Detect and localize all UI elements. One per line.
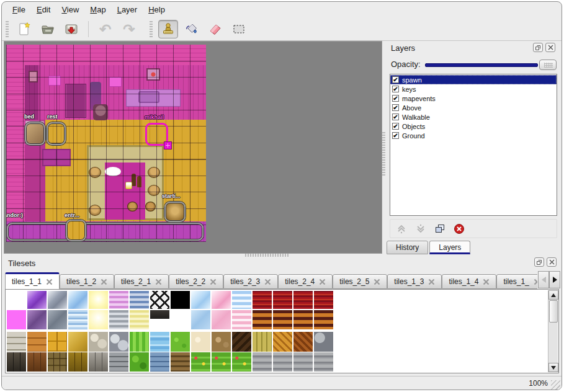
tileset-tab-tiles_1_2[interactable]: tiles_1_2 [60,274,114,289]
tile-wall-red-2[interactable] [273,291,292,309]
tile-grey-brick[interactable] [109,352,128,372]
tab-close-icon[interactable] [428,278,435,285]
dock-tab-history[interactable]: History [387,241,428,254]
map-object-bed[interactable] [25,122,45,145]
tileset-tab-tiles_1_4[interactable]: tiles_1_4 [442,274,496,289]
tile-cracked-stone[interactable] [68,332,87,352]
tile-dark-wood[interactable] [232,332,251,352]
tileset-tab-tiles_2_2[interactable]: tiles_2_2 [169,274,223,289]
tile-goldstone-wall[interactable] [68,352,87,372]
tile-grey-stonewall[interactable] [89,352,108,372]
tile-lattice-black[interactable] [150,291,169,309]
tile-dark-wall[interactable] [7,352,26,372]
tile-empty-2[interactable] [171,310,190,329]
tile-stone-blocks[interactable] [7,332,26,352]
tile-cobblestone[interactable] [109,332,128,352]
dock-tab-layers[interactable]: Layers [429,241,470,254]
tile-curtain-pink[interactable] [232,310,251,329]
tile-glass-pink-2[interactable] [212,310,231,329]
tile-pebbles[interactable] [89,332,108,352]
tile-water-light[interactable] [68,310,87,329]
tile-glass-purple-dark[interactable] [27,310,47,329]
open-file-button[interactable] [38,20,58,38]
map-object-start[interactable] [164,202,186,222]
tile-glass-pink[interactable] [212,291,231,309]
tab-close-icon[interactable] [483,278,490,285]
layer-visibility-checkbox[interactable]: ✔ [392,114,399,120]
stamp-brush-button[interactable] [158,20,178,38]
tab-close-icon[interactable] [374,278,380,285]
tileset-scrollbar[interactable] [548,290,558,372]
tile-wicker[interactable] [273,332,292,352]
layer-visibility-checkbox[interactable]: ✔ [392,95,399,102]
tile-glass-grey[interactable] [48,291,67,309]
menu-help[interactable]: Help [143,2,171,16]
tile-wall-orange-1[interactable] [253,310,272,329]
tile-grass-stripes[interactable] [130,332,149,352]
tile-glass-grey-dark[interactable] [48,310,67,329]
tile-stripes-grey[interactable] [109,310,128,329]
layer-visibility-checkbox[interactable]: ✔ [392,76,399,83]
layer-visibility-checkbox[interactable]: ✔ [392,86,399,92]
scrollbar-thumb[interactable] [549,300,558,323]
tileset-tab-tiles_1_3[interactable]: tiles_1_3 [387,274,442,289]
tileset-tab-tiles_2_3[interactable]: tiles_2_3 [223,274,278,289]
redo-button[interactable]: ↷ [119,20,139,38]
tile-glass-purple[interactable] [27,291,47,309]
tab-close-icon[interactable] [46,278,53,285]
tile-orange-stone[interactable] [27,332,47,352]
tile-grass-flowers-1[interactable] [191,352,210,372]
tile-wall-red-1[interactable] [253,291,272,309]
toolbar-grip[interactable] [6,21,9,37]
tile-hedge[interactable] [130,352,149,372]
tab-scroll-left-button[interactable] [538,271,549,288]
tilesets-float-button[interactable] [534,257,544,267]
tile-wall-orange-3[interactable] [293,310,313,329]
lower-layer-button[interactable] [412,221,429,237]
tab-close-icon[interactable] [101,278,107,285]
layer-row-ground[interactable]: ✔Ground [390,131,557,140]
tile-solid-black[interactable] [171,291,190,309]
tile-blue-brick[interactable] [150,352,169,372]
tile-brown-wall[interactable] [27,352,47,372]
tile-grass-flowers-2[interactable] [212,352,231,372]
tile-wall-orange-2[interactable] [273,310,292,329]
layer-visibility-checkbox[interactable]: ✔ [392,132,399,139]
tilesets-close-button[interactable] [547,257,557,267]
raise-layer-button[interactable] [393,221,410,237]
tile-solid-pink[interactable] [7,310,26,329]
tile-shelf-dark[interactable] [150,310,169,319]
layer-row-objects[interactable]: ✔Objects [390,122,557,131]
duplicate-layer-button[interactable] [431,221,449,237]
tile-bamboo[interactable] [253,332,272,352]
bucket-fill-button[interactable] [182,20,202,38]
tile-herringbone[interactable] [293,332,313,352]
opacity-slider[interactable] [425,63,538,67]
resize-grip[interactable] [551,380,560,390]
rect-select-button[interactable] [229,20,249,38]
tile-glass-lightblue-2[interactable] [191,310,210,329]
new-file-button[interactable] [14,20,34,38]
tile-grey-planks-2[interactable] [273,352,292,372]
toolbar-grip-2[interactable] [150,21,153,37]
eraser-button[interactable] [205,20,225,38]
tileset-tab-tiles_2_1[interactable]: tiles_2_1 [114,274,169,289]
menu-layer[interactable]: Layer [112,2,143,16]
menu-edit[interactable]: Edit [31,2,56,16]
scroll-up-button[interactable] [548,290,558,300]
tab-close-icon[interactable] [534,278,537,285]
map-object-rest[interactable] [47,122,66,145]
vertical-splitter[interactable] [382,132,385,177]
tile-sand[interactable] [191,332,210,352]
layer-row-keys[interactable]: ✔keys [390,84,557,94]
tile-grass-flowers-3[interactable] [232,352,251,372]
tile-glow-soft[interactable] [89,310,108,329]
tile-brownstone-wall[interactable] [48,352,67,372]
tile-wall-orange-4[interactable] [314,310,333,329]
tile-grass[interactable] [171,332,190,352]
menu-view[interactable]: View [56,2,84,16]
tileset-tab-tiles_1_[interactable]: tiles_1_ [496,274,537,289]
layer-row-mapevents[interactable]: ✔mapevents [390,94,557,103]
layer-row-walkable[interactable]: ✔Walkable [390,112,557,122]
tile-dirt-path[interactable] [212,332,231,352]
